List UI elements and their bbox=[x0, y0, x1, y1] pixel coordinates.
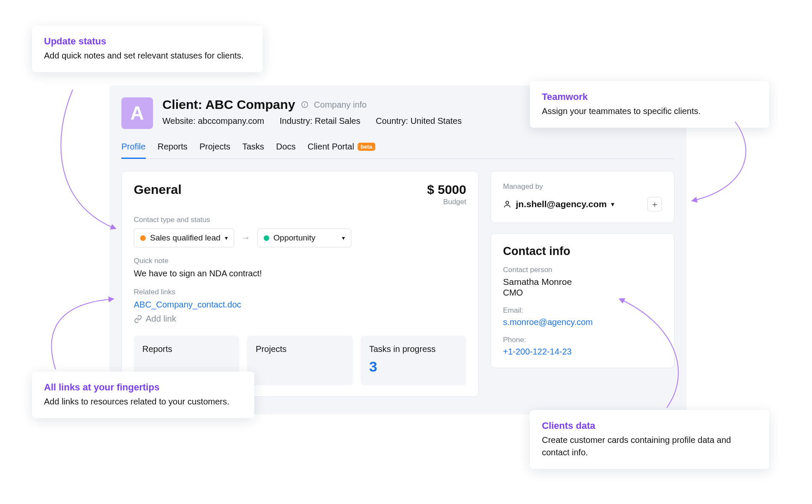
stat-tasks[interactable]: Tasks in progress 3 bbox=[361, 336, 466, 385]
stat-tasks-value: 3 bbox=[369, 358, 458, 375]
stat-tasks-title: Tasks in progress bbox=[369, 344, 458, 354]
tab-projects[interactable]: Projects bbox=[200, 138, 230, 159]
company-info-label: Company info bbox=[314, 100, 367, 110]
contact-type-label: Contact type and status bbox=[134, 216, 466, 224]
plus-icon: ＋ bbox=[650, 199, 659, 210]
contact-info-title: Contact info bbox=[503, 245, 662, 258]
managed-user-select[interactable]: jn.shell@agency.com ▾ bbox=[503, 199, 614, 209]
callout-teamwork-body: Assign your teammates to specific client… bbox=[542, 105, 757, 117]
callout-update-status-title: Update status bbox=[44, 36, 251, 47]
meta-country: Country: United States bbox=[376, 116, 462, 126]
contact-person-role: CMO bbox=[503, 288, 662, 298]
callout-links-title: All links at your fingertips bbox=[44, 382, 242, 393]
tab-client-portal-label: Client Portal bbox=[308, 142, 354, 152]
managed-user-email: jn.shell@agency.com bbox=[516, 199, 607, 209]
status-dot-orange bbox=[140, 235, 146, 241]
svg-point-0 bbox=[506, 201, 509, 204]
client-header-texts: Client: ABC Company i Company info Websi… bbox=[162, 97, 462, 126]
callout-links-body: Add links to resources related to your c… bbox=[44, 396, 242, 408]
chevron-down-icon: ▾ bbox=[342, 234, 345, 241]
client-avatar: A bbox=[121, 97, 153, 129]
quick-note: We have to sign an NDA contract! bbox=[134, 269, 466, 278]
contact-person-name: Samatha Monroe bbox=[503, 277, 662, 287]
info-icon[interactable]: i bbox=[301, 101, 308, 108]
callout-teamwork-title: Teamwork bbox=[542, 91, 757, 103]
tabs: Profile Reports Projects Tasks Docs Clie… bbox=[121, 138, 674, 159]
managed-by-label: Managed by bbox=[503, 182, 662, 191]
managed-by-card: Managed by jn.shell@agency.com ▾ ＋ bbox=[491, 171, 674, 223]
callout-clients-data: Clients data Create customer cards conta… bbox=[530, 410, 769, 469]
tab-tasks[interactable]: Tasks bbox=[242, 138, 264, 159]
callout-clients-data-title: Clients data bbox=[542, 420, 757, 431]
arrow-right-icon: → bbox=[241, 232, 250, 243]
callout-update-status-body: Add quick notes and set relevant statuse… bbox=[44, 50, 251, 62]
client-panel: A Client: ABC Company i Company info Web… bbox=[109, 85, 686, 414]
status-from-label: Sales qualified lead bbox=[150, 233, 221, 243]
callout-clients-data-body: Create customer cards containing profile… bbox=[542, 434, 757, 459]
contact-email[interactable]: s.monroe@agency.com bbox=[503, 317, 662, 327]
contact-phone-label: Phone: bbox=[503, 336, 662, 344]
general-card: General $ 5000 Budget Contact type and s… bbox=[121, 171, 479, 397]
tab-reports[interactable]: Reports bbox=[158, 138, 188, 159]
general-title: General bbox=[134, 182, 182, 197]
link-icon bbox=[134, 315, 142, 323]
contact-person-label: Contact person bbox=[503, 266, 662, 274]
stat-reports-title: Reports bbox=[142, 344, 231, 354]
contact-info-card: Contact info Contact person Samatha Monr… bbox=[491, 233, 674, 368]
tab-client-portal[interactable]: Client Portal beta bbox=[308, 138, 375, 159]
status-to-select[interactable]: Opportunity ▾ bbox=[257, 229, 351, 247]
callout-links: All links at your fingertips Add links t… bbox=[32, 372, 254, 418]
tab-docs[interactable]: Docs bbox=[276, 138, 296, 159]
add-link-label: Add link bbox=[146, 314, 176, 324]
budget-label: Budget bbox=[427, 198, 466, 206]
tab-profile[interactable]: Profile bbox=[121, 138, 146, 159]
chevron-down-icon: ▾ bbox=[225, 234, 228, 241]
quick-note-label: Quick note bbox=[134, 257, 466, 265]
callout-update-status: Update status Add quick notes and set re… bbox=[32, 26, 263, 72]
contact-phone[interactable]: +1-200-122-14-23 bbox=[503, 347, 662, 357]
status-to-label: Opportunity bbox=[274, 233, 315, 243]
chevron-down-icon: ▾ bbox=[611, 201, 614, 208]
contact-email-label: Email: bbox=[503, 306, 662, 315]
stat-projects-title: Projects bbox=[256, 344, 344, 354]
stat-projects[interactable]: Projects bbox=[247, 336, 353, 385]
person-icon bbox=[503, 200, 512, 208]
callout-teamwork: Teamwork Assign your teammates to specif… bbox=[530, 81, 769, 128]
status-dot-green bbox=[264, 235, 269, 241]
client-title: Client: ABC Company bbox=[162, 97, 295, 112]
related-link[interactable]: ABC_Company_contact.doc bbox=[134, 300, 466, 310]
budget-amount: $ 5000 bbox=[427, 182, 466, 197]
add-link-button[interactable]: Add link bbox=[134, 314, 466, 324]
status-from-select[interactable]: Sales qualified lead ▾ bbox=[134, 229, 234, 247]
beta-badge: beta bbox=[358, 143, 376, 151]
client-meta: Website: abccompany.com Industry: Retail… bbox=[162, 116, 462, 126]
related-links-label: Related links bbox=[134, 288, 466, 296]
meta-website: Website: abccompany.com bbox=[162, 116, 264, 126]
add-manager-button[interactable]: ＋ bbox=[647, 197, 662, 211]
meta-industry: Industry: Retail Sales bbox=[279, 116, 360, 126]
